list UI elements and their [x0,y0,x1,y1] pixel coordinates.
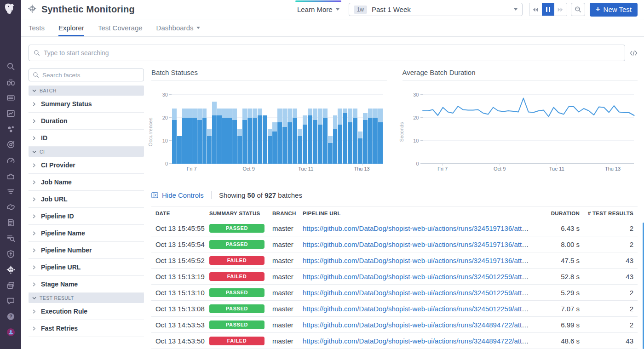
batch-bar[interactable] [277,109,282,164]
shield-icon[interactable] [6,249,16,259]
batch-bar[interactable] [303,115,307,164]
batch-bar[interactable] [222,109,227,164]
batch-bar[interactable] [177,136,182,164]
facet-item-summary-status[interactable]: Summary Status [29,96,144,113]
datadog-dog-logo[interactable] [4,2,17,16]
batch-bar[interactable] [272,122,277,164]
batch-bar[interactable] [247,109,252,164]
hexagon-cluster-icon[interactable] [6,124,16,134]
batch-bar[interactable] [363,113,368,164]
gauge-icon[interactable] [6,155,16,165]
synthetics-globe-icon[interactable] [6,264,16,275]
batch-bar[interactable] [353,109,357,164]
tab-test-coverage[interactable]: Test Coverage [98,19,143,36]
batch-bar[interactable] [258,109,262,164]
facet-item-job-name[interactable]: Job Name [29,174,144,191]
column-header-summary-status[interactable]: SUMMARY STATUS [207,211,270,216]
batch-bar[interactable] [237,129,242,164]
batch-bar[interactable] [373,109,378,164]
notebook-icon[interactable] [6,217,16,228]
table-row[interactable]: Oct 13 15:45:55PASSEDmasterhttps://githu… [151,220,638,236]
learn-more-button[interactable]: Learn More [296,4,340,15]
batch-bar[interactable] [318,109,322,164]
batch-bar[interactable] [217,109,222,164]
batch-bar[interactable] [282,109,287,164]
batch-bar[interactable] [313,109,317,164]
facet-item-pipeline-id[interactable]: Pipeline ID [29,208,144,225]
filter-lines-icon[interactable] [6,186,16,196]
facet-item-stage-name[interactable]: Stage Name [29,276,144,293]
batch-bar[interactable] [207,129,212,164]
pipeline-url-link[interactable]: https://github.com/DataDog/shopist-web-u… [303,289,533,297]
batch-bar[interactable] [343,109,347,164]
binoculars-icon[interactable] [6,77,16,87]
batch-bar[interactable] [197,109,202,164]
table-row[interactable]: Oct 13 15:45:52FAILEDmasterhttps://githu… [151,252,638,269]
pipeline-url-link[interactable]: https://github.com/DataDog/shopist-web-u… [303,257,533,264]
tab-dashboards[interactable]: Dashboards [156,19,201,36]
hide-controls-button[interactable]: Hide Controls [151,191,204,199]
batch-bar[interactable] [253,109,257,164]
facet-item-ci-provider[interactable]: CI Provider [29,157,144,174]
batch-bar[interactable] [263,115,267,164]
batch-bar[interactable] [368,109,373,164]
search-icon[interactable] [6,61,16,71]
batch-bar[interactable] [212,102,217,164]
new-test-button[interactable]: + New Test [590,3,638,17]
puzzle-icon[interactable] [6,171,16,181]
batch-bar[interactable] [187,109,192,164]
help-icon[interactable]: ? [6,311,16,321]
plot-area[interactable]: 0102030 [172,91,383,164]
tab-explorer[interactable]: Explorer [58,19,84,36]
table-row[interactable]: Oct 13 15:13:19FAILEDmasterhttps://githu… [151,269,638,285]
column-header-duration[interactable]: DURATION [533,211,581,216]
facet-item-pipeline-number[interactable]: Pipeline Number [29,242,144,259]
plot-area[interactable]: 0102030 [423,91,634,164]
batch-bar[interactable] [288,109,292,164]
pipeline-url-link[interactable]: https://github.com/DataDog/shopist-web-u… [303,240,533,248]
keyboard-icon[interactable] [6,92,16,103]
facet-item-pipeline-url[interactable]: Pipeline URL [29,259,144,276]
batch-bar[interactable] [192,109,197,164]
batch-bar[interactable] [348,109,352,164]
column-header-branch[interactable]: BRANCH [270,211,301,216]
batch-bar[interactable] [268,129,272,164]
facet-item-execution-rule[interactable]: Execution Rule [29,303,144,320]
facet-item-job-url[interactable]: Job URL [29,191,144,208]
zoom-out-button[interactable] [571,3,585,16]
facet-item-pipeline-name[interactable]: Pipeline Name [29,225,144,242]
batch-bar[interactable] [358,132,362,164]
batch-bar[interactable] [328,136,333,164]
chat-icon[interactable] [6,296,16,306]
pipeline-url-link[interactable]: https://github.com/DataDog/shopist-web-u… [303,321,533,329]
facet-item-duration[interactable]: Duration [29,113,144,130]
log-search-icon[interactable] [6,233,16,243]
table-row[interactable]: Oct 13 15:13:08PASSEDmasterhttps://githu… [151,301,638,317]
batch-bar[interactable] [293,109,297,164]
batch-bar[interactable] [323,109,328,164]
rewind-button[interactable] [529,3,542,16]
facet-item-fast-retries[interactable]: Fast Retries [29,320,144,337]
metrics-chart-icon[interactable] [6,108,16,118]
pipeline-url-link[interactable]: https://github.com/DataDog/shopist-web-u… [303,273,533,280]
batch-bar[interactable] [333,115,338,164]
batch-bar[interactable] [298,129,302,164]
pipeline-url-link[interactable]: https://github.com/DataDog/shopist-web-u… [303,337,533,345]
facet-group-test-result[interactable]: TEST RESULT [29,293,144,303]
search-input[interactable] [44,49,620,57]
pipeline-url-link[interactable]: https://github.com/DataDog/shopist-web-u… [303,305,533,313]
tab-tests[interactable]: Tests [29,19,45,36]
batch-bar[interactable] [378,109,383,164]
batch-bar[interactable] [308,109,312,164]
batch-bar[interactable] [227,109,232,164]
fast-forward-button[interactable] [554,3,567,16]
column-header-date[interactable]: DATE [151,211,207,216]
facet-group-ci[interactable]: CI [29,147,144,157]
pipeline-url-link[interactable]: https://github.com/DataDog/shopist-web-u… [303,224,533,232]
code-query-icon[interactable] [630,50,638,57]
table-row[interactable]: Oct 13 14:53:53PASSEDmasterhttps://githu… [151,317,638,333]
pause-button[interactable] [542,3,554,16]
batch-bar[interactable] [202,109,207,164]
target-icon[interactable] [6,139,16,149]
column-header-pipeline-url[interactable]: PIPELINE URL [301,211,533,216]
